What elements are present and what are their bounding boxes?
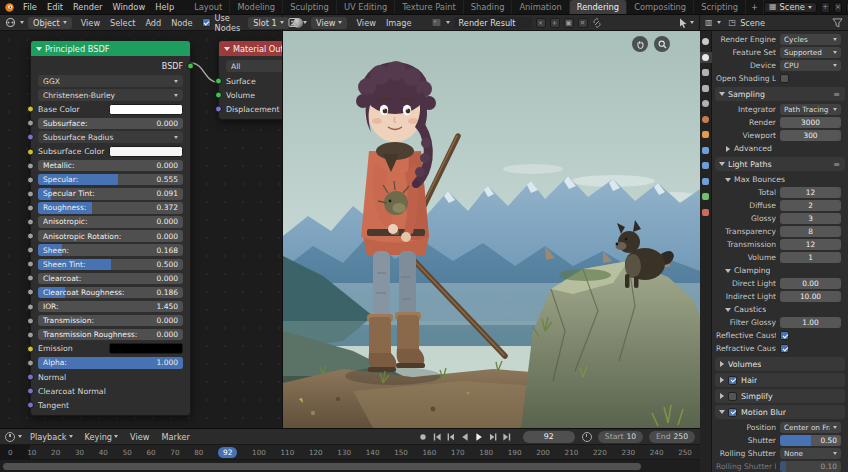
- bsdf-slider-specular-tint[interactable]: Specular Tint:0.091: [38, 188, 183, 200]
- bsdf-param-sheen-tint[interactable]: Sheen Tint:0.500: [31, 257, 190, 271]
- socket-float-icon[interactable]: [27, 261, 34, 268]
- checkbox-motion-blur[interactable]: [728, 408, 737, 417]
- shader-mode-dropdown[interactable]: Object: [28, 17, 72, 29]
- timeline-ruler[interactable]: 0102030405060708092100110120130140150160…: [0, 445, 700, 460]
- checkbox-refractive-caustics[interactable]: [780, 344, 789, 353]
- close-image-button[interactable]: ×: [536, 18, 546, 28]
- value-field-indirect-light[interactable]: 10.00: [780, 291, 841, 302]
- unlink-scene-button[interactable]: ×: [834, 2, 843, 13]
- bsdf-dropdown-ggx[interactable]: GGX: [38, 75, 183, 87]
- workspace-tab-compositing[interactable]: Compositing: [627, 0, 694, 14]
- display-view-dropdown[interactable]: View: [311, 17, 347, 29]
- bsdf-param-anisotropic-rotation[interactable]: Anisotropic Rotation:0.000: [31, 229, 190, 243]
- presets-icon[interactable]: ≡: [833, 160, 840, 169]
- disclosure-triangle-icon[interactable]: [719, 162, 725, 166]
- zoom-gizmo[interactable]: [654, 36, 670, 52]
- section-light-paths[interactable]: Light Paths≡: [715, 157, 845, 171]
- image-editor-icon[interactable]: [288, 17, 299, 28]
- shader-editor-icon[interactable]: [5, 17, 16, 28]
- value-field-diffuse[interactable]: 2: [780, 200, 841, 211]
- section-volumes[interactable]: Volumes: [715, 357, 845, 371]
- socket-float-icon[interactable]: [27, 303, 34, 310]
- bsdf-slider-anisotropic[interactable]: Anisotropic:0.000: [38, 216, 183, 228]
- scrollbar-thumb[interactable]: [3, 463, 641, 470]
- bsdf-param-roughness[interactable]: Roughness:0.372: [31, 201, 190, 215]
- value-field-glossy[interactable]: 3: [780, 213, 841, 224]
- output-input-volume[interactable]: Volume: [219, 88, 283, 102]
- dropdown-render-engine[interactable]: Cycles: [780, 34, 841, 45]
- bsdf-param-sheen[interactable]: Sheen:0.168: [31, 243, 190, 257]
- menu-edit[interactable]: Edit: [42, 0, 68, 14]
- playhead[interactable]: 92: [218, 447, 237, 458]
- bsdf-param-transmission[interactable]: Transmission:0.000: [31, 314, 190, 328]
- collapse-icon[interactable]: [36, 47, 42, 51]
- socket-float-icon[interactable]: [27, 317, 34, 324]
- principled-bsdf-node[interactable]: Principled BSDF BSDF GGXChristensen-Burl…: [30, 40, 191, 416]
- socket-vector-icon[interactable]: [27, 402, 34, 409]
- socket-shader-icon[interactable]: [215, 78, 222, 85]
- pan-gizmo[interactable]: [632, 36, 648, 52]
- slider-shutter[interactable]: 0.50: [780, 435, 841, 446]
- dropdown-feature-set[interactable]: Supported: [780, 47, 841, 58]
- menu-render[interactable]: Render: [68, 0, 108, 14]
- shader-menu-view[interactable]: View: [76, 16, 105, 30]
- bsdf-slider-transmission[interactable]: Transmission:0.000: [38, 315, 183, 327]
- socket-float-icon[interactable]: [27, 275, 34, 282]
- properties-tab-scene[interactable]: [700, 98, 712, 109]
- bsdf-slider-transmission-roughness[interactable]: Transmission Roughness:0.000: [38, 329, 183, 341]
- image-menu-image[interactable]: Image: [381, 16, 417, 30]
- disclosure-triangle-icon[interactable]: [720, 361, 724, 367]
- render-result-view[interactable]: [283, 31, 700, 428]
- properties-tab-tool[interactable]: [700, 36, 712, 47]
- color-swatch[interactable]: [109, 146, 183, 157]
- value-field-viewport[interactable]: 300: [780, 130, 841, 141]
- bsdf-slider-clearcoat[interactable]: Clearcoat:0.000: [38, 273, 183, 285]
- timeline-menu-keying[interactable]: Keying: [80, 430, 124, 444]
- bsdf-slider-alpha[interactable]: Alpha:1.000: [38, 357, 183, 369]
- timeline-menu-marker[interactable]: Marker: [157, 430, 195, 444]
- workspace-tab-sculpting[interactable]: Sculpting: [283, 0, 337, 14]
- bsdf-slider-sheen-tint[interactable]: Sheen Tint:0.500: [38, 259, 183, 271]
- bsdf-param-clearcoat-roughness[interactable]: Clearcoat Roughness:0.186: [31, 285, 190, 299]
- socket-float-icon[interactable]: [27, 331, 34, 338]
- checkbox-open-shading-language[interactable]: [780, 74, 789, 83]
- start-frame-field[interactable]: Start 10: [598, 431, 643, 443]
- unlink-image-button[interactable]: ✕: [578, 18, 588, 28]
- bsdf-slider-anisotropic-rotation[interactable]: Anisotropic Rotation:0.000: [38, 230, 183, 242]
- link-icon[interactable]: [592, 17, 603, 28]
- socket-color-icon[interactable]: [27, 345, 34, 352]
- preview-range-toggle[interactable]: [582, 432, 592, 442]
- open-image-button[interactable]: ▣: [564, 18, 574, 28]
- socket-float-icon[interactable]: [27, 162, 34, 169]
- color-swatch[interactable]: [109, 343, 183, 354]
- bsdf-node-header[interactable]: Principled BSDF: [31, 41, 190, 56]
- workspace-tab-shading[interactable]: Shading: [464, 0, 513, 14]
- bsdf-slider-ior[interactable]: IOR:1.450: [38, 301, 183, 313]
- bsdf-param-anisotropic[interactable]: Anisotropic:0.000: [31, 215, 190, 229]
- value-field-render[interactable]: 3000: [780, 117, 841, 128]
- sub-advanced[interactable]: Advanced: [712, 142, 848, 155]
- socket-vector-icon[interactable]: [27, 388, 34, 395]
- color-swatch[interactable]: [109, 104, 183, 115]
- disclosure-triangle-icon[interactable]: [725, 308, 731, 312]
- bsdf-param-subsurface-color[interactable]: Subsurface Color: [31, 144, 190, 158]
- value-field-total[interactable]: 12: [780, 187, 841, 198]
- properties-tab-particles[interactable]: [700, 160, 712, 171]
- socket-float-icon[interactable]: [27, 218, 34, 225]
- sub-max-bounces[interactable]: Max Bounces: [712, 173, 848, 186]
- disclosure-triangle-icon[interactable]: [725, 269, 731, 273]
- checkbox-reflective-caustics[interactable]: [780, 331, 789, 340]
- dropdown-integrator[interactable]: Path Tracing: [780, 104, 841, 115]
- value-field-transmission[interactable]: 12: [780, 239, 841, 250]
- menu-help[interactable]: Help: [150, 0, 179, 14]
- value-field-filter-glossy[interactable]: 1.00: [780, 317, 841, 328]
- socket-float-icon[interactable]: [27, 204, 34, 211]
- value-field-transparency[interactable]: 8: [780, 226, 841, 237]
- section-hair[interactable]: Hair: [715, 373, 845, 387]
- timeline-menu-playback[interactable]: Playback: [25, 430, 78, 444]
- socket-float-icon[interactable]: [27, 247, 34, 254]
- disclosure-triangle-icon[interactable]: [719, 92, 725, 96]
- properties-tab-render[interactable]: [700, 52, 712, 63]
- socket-float-icon[interactable]: [27, 120, 34, 127]
- sub-caustics[interactable]: Caustics: [712, 303, 848, 316]
